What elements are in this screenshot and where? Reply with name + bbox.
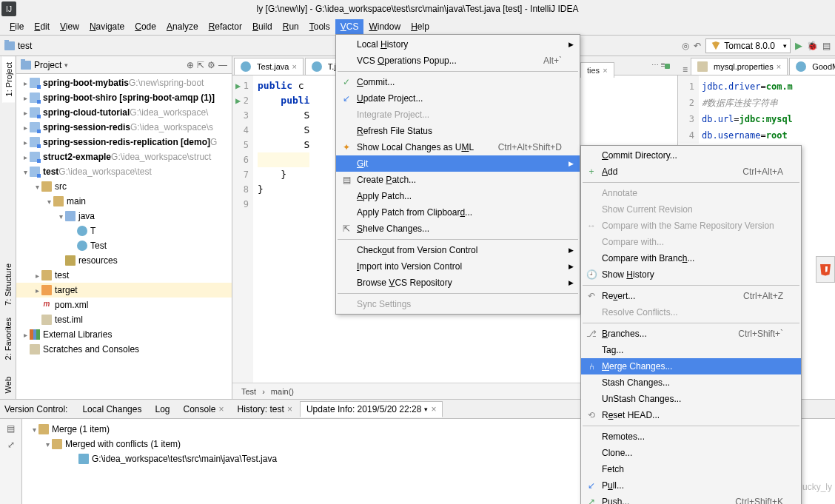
tree-row[interactable]: ▸spring-session-redis G:\idea_workspace\… (16, 120, 232, 135)
tree-row[interactable]: Test (16, 238, 232, 253)
tree-row[interactable]: test.iml (16, 312, 232, 327)
tree-arrow[interactable]: ▾ (33, 183, 41, 191)
menu-run[interactable]: Run (278, 19, 304, 34)
breadcrumb[interactable]: test (4, 41, 32, 51)
menu-item[interactable]: Commit Directory... (581, 147, 801, 164)
vcs-tree-row[interactable]: G:\idea_workspace\test\src\main\java\Tes… (22, 451, 280, 466)
vcs-menu-popup[interactable]: Local History▶VCS Operations Popup...Alt… (335, 34, 580, 315)
tree-row[interactable]: ▸test (16, 268, 232, 283)
menu-item[interactable]: UnStash Changes... (581, 391, 801, 407)
menu-item[interactable]: ↶Revert...Ctrl+Alt+Z (581, 288, 801, 304)
vcs-tab[interactable]: History: test × (232, 402, 298, 417)
menu-item[interactable]: ⇱Shelve Changes... (336, 221, 580, 237)
stripe-tab-favorites[interactable]: 2: Favorites (2, 312, 14, 366)
vcs-tab[interactable]: Log (149, 402, 175, 417)
tree-row[interactable]: resources (16, 253, 232, 268)
menu-item[interactable]: ⎇Branches...Ctrl+Shift+` (581, 326, 801, 342)
close-icon[interactable]: × (219, 404, 224, 414)
menu-edit[interactable]: Edit (29, 19, 55, 34)
tree-arrow[interactable]: ▸ (33, 272, 41, 280)
git-submenu-popup[interactable]: Commit Directory...+AddCtrl+Alt+AAnnotat… (580, 145, 802, 504)
filter-icon[interactable]: ▤ (7, 423, 15, 434)
menu-item[interactable]: Import into Version Control▶ (336, 258, 580, 275)
menu-item[interactable]: Remotes... (581, 429, 801, 445)
menu-item[interactable]: Compare with Branch... (581, 250, 801, 266)
gear-icon[interactable]: ⚙ (207, 60, 215, 70)
vcs-tree-row[interactable]: ▾Merge (1 item) (22, 422, 280, 437)
menu-analyze[interactable]: Analyze (161, 19, 204, 34)
menu-item[interactable]: VCS Operations Popup...Alt+` (336, 53, 580, 69)
vcs-tab[interactable]: Local Changes (76, 402, 147, 417)
crumb-class[interactable]: Test (241, 387, 256, 396)
tree-row[interactable]: ▸spring-cloud-tutorial G:\idea_workspace… (16, 105, 232, 120)
stripe-tab-project[interactable]: 1: Project (2, 56, 15, 102)
menu-navigate[interactable]: Navigate (84, 19, 130, 34)
tree-arrow[interactable]: ▾ (56, 212, 65, 221)
menu-help[interactable]: Help (406, 19, 435, 34)
expand-icon[interactable]: ⤢ (7, 440, 15, 450)
tree-row[interactable]: ▸target (16, 283, 232, 298)
menu-item[interactable]: Tag... (581, 342, 801, 358)
tree-row[interactable]: ▾java (16, 209, 232, 224)
menu-tools[interactable]: Tools (304, 19, 335, 34)
menu-item[interactable]: Stash Changes... (581, 374, 801, 391)
menu-item[interactable]: Clone... (581, 445, 801, 461)
menu-item[interactable]: Fetch (581, 461, 801, 477)
close-icon[interactable]: × (603, 66, 607, 75)
menu-item[interactable]: ▤Create Patch... (336, 172, 580, 188)
run-configuration-selector[interactable]: Tomcat 8.0.0 (705, 38, 791, 53)
editor-tab-fragment[interactable]: ties × (580, 62, 614, 78)
editor-code[interactable]: jdbc.driver=com.m#数据库连接字符串db.url=jdbc:my… (699, 75, 793, 144)
tree-row[interactable]: ▸struct2-exmaple G:\idea_workspace\struc… (16, 149, 232, 164)
tree-arrow[interactable]: ▾ (21, 168, 30, 176)
scroll-from-icon[interactable]: ⊕ (187, 60, 194, 70)
left-stripe[interactable]: 1: Project 7: Structure 2: Favorites Web (0, 56, 16, 399)
tree-arrow[interactable]: ▸ (33, 286, 41, 295)
editor-tab[interactable]: Test.java× (234, 58, 304, 75)
menu-vcs[interactable]: VCS (335, 19, 364, 34)
menu-item[interactable]: ✦Show Local Changes as UMLCtrl+Alt+Shift… (336, 139, 580, 155)
menu-item[interactable]: 🕘Show History (581, 266, 801, 283)
menu-item[interactable]: ⑃Merge Changes... (581, 358, 801, 374)
close-icon[interactable]: × (777, 62, 781, 71)
tree-row[interactable]: ▾test G:\idea_workspace\test (16, 164, 232, 179)
menu-item[interactable]: Apply Patch... (336, 188, 580, 204)
menu-item[interactable]: Apply Patch from Clipboard... (336, 204, 580, 221)
stripe-tab-web[interactable]: Web (2, 371, 14, 399)
tree-arrow[interactable]: ▸ (21, 138, 30, 147)
menu-item[interactable]: Local History▶ (336, 36, 580, 53)
more-tabs-icon[interactable]: ≡ (680, 64, 691, 75)
tree-arrow[interactable]: ▸ (21, 94, 30, 102)
editor-code[interactable]: public c publi S S S }} (253, 75, 309, 383)
menu-file[interactable]: File (4, 19, 29, 34)
vcs-tree-row[interactable]: ▾Merged with conflicts (1 item) (22, 437, 280, 451)
tree-row[interactable]: ▾main (16, 194, 232, 209)
tree-row[interactable]: ▸spring-session-redis-replication [demo]… (16, 135, 232, 149)
menu-item[interactable]: Browse VCS Repository▶ (336, 275, 580, 291)
menu-view[interactable]: View (55, 19, 84, 34)
menu-item[interactable]: ↗Push...Ctrl+Shift+K (581, 494, 801, 504)
debug-button[interactable]: 🐞 (807, 41, 818, 51)
tree-row[interactable]: T (16, 224, 232, 238)
menu-item[interactable]: Checkout from Version Control▶ (336, 242, 580, 258)
tree-row[interactable]: Scratches and Consoles (16, 342, 232, 357)
tree-row[interactable]: mpom.xml (16, 298, 232, 312)
menu-item[interactable]: ⟲Reset HEAD... (581, 407, 801, 423)
back-icon[interactable]: ↶ (694, 41, 701, 51)
close-icon[interactable]: × (431, 404, 436, 414)
menu-item[interactable]: Refresh File Status (336, 123, 580, 139)
editor-tab[interactable]: GoodM (789, 58, 835, 75)
close-icon[interactable]: × (292, 62, 296, 71)
tree-arrow[interactable]: ▸ (21, 124, 30, 132)
breadcrumb-item[interactable]: test (18, 41, 32, 51)
crumb-method[interactable]: main() (271, 387, 294, 396)
vcs-side-toolbar[interactable]: ▤ ⤢ (0, 419, 22, 504)
tree-row[interactable]: ▸spring-boot-mybatis G:\new\spring-boot (16, 75, 232, 90)
project-tree[interactable]: ▸spring-boot-mybatis G:\new\spring-boot▸… (16, 74, 232, 358)
menu-build[interactable]: Build (247, 19, 278, 34)
close-icon[interactable]: × (287, 404, 292, 414)
tree-row[interactable]: ▾src (16, 179, 232, 194)
menubar[interactable]: FileEditViewNavigateCodeAnalyzeRefactorB… (0, 18, 835, 36)
menu-window[interactable]: Window (363, 19, 406, 34)
tree-arrow[interactable]: ▸ (21, 331, 30, 339)
